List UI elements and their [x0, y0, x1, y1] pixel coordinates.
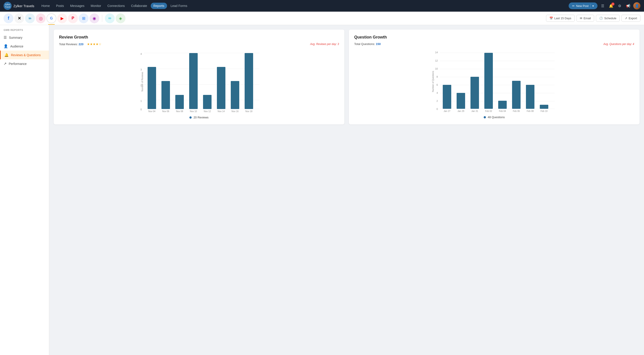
- question-chart-legend: 48 Questions: [354, 116, 634, 119]
- calendar-icon: 📅: [550, 17, 553, 20]
- sidebar-section-title: GMB REPORTS: [0, 29, 49, 33]
- question-growth-card: Question Growth Total Questions: 150 Avg…: [349, 30, 640, 124]
- q-bar-feb04: [498, 101, 507, 109]
- question-chart-meta: Total Questions: 150 Avg. Questions per …: [354, 42, 634, 46]
- brand-logo-area: Zylker Travel Zylker Travels: [4, 2, 34, 10]
- q-bar-jan31: [470, 77, 479, 109]
- email-button[interactable]: ✉ Email: [576, 15, 594, 22]
- question-chart-title: Question Growth: [354, 35, 634, 40]
- settings-button[interactable]: ⚙: [616, 3, 623, 9]
- social-custom1[interactable]: ◉: [90, 14, 99, 23]
- social-custom2[interactable]: ∞: [105, 14, 115, 23]
- review-stars: ★★★★☆: [87, 42, 102, 46]
- summary-icon: ☰: [4, 35, 7, 40]
- svg-text:Nov 08: Nov 08: [176, 110, 183, 113]
- new-post-button[interactable]: ✏ New Post ▾: [569, 3, 598, 9]
- review-total-value: 220: [78, 43, 84, 46]
- date-range-button[interactable]: 📅 Last 15 Days: [546, 15, 575, 22]
- review-total-label: Total Reviews: 220: [59, 43, 84, 46]
- export-button[interactable]: ↗ Export: [622, 15, 640, 22]
- notification-badge: 2: [611, 3, 614, 6]
- q-bar-jan27: [443, 85, 451, 109]
- social-platforms-bar: f ✕ in ◎ G ▶ P ⊞ ◉ ∞ ◈ 📅 Last 15 Days ✉ …: [0, 12, 644, 25]
- nav-posts[interactable]: Posts: [54, 3, 67, 9]
- svg-text:10: 10: [435, 67, 438, 70]
- clock-icon: 🕐: [599, 17, 603, 20]
- review-bar-nov10: [189, 53, 198, 109]
- nav-monitor[interactable]: Monitor: [88, 3, 104, 9]
- social-custom3[interactable]: ◈: [116, 14, 126, 23]
- nav-messages[interactable]: Messages: [68, 3, 87, 9]
- review-bar-nov04: [148, 67, 156, 109]
- svg-text:Nov 14: Nov 14: [218, 110, 225, 113]
- review-bar-nov18: [245, 53, 253, 109]
- menu-button[interactable]: ☰: [599, 3, 606, 9]
- social-bar-divider: [102, 15, 102, 22]
- social-google[interactable]: G: [46, 14, 56, 23]
- review-bar-nov12: [203, 95, 212, 109]
- question-total-label: Total Questions: 150: [354, 42, 381, 46]
- charts-grid: Review Growth Total Reviews: 220 ★★★★☆ A…: [54, 30, 640, 124]
- svg-text:4: 4: [140, 53, 142, 55]
- notifications-button[interactable]: 🔔 2: [608, 3, 614, 9]
- sidebar-item-performance[interactable]: ↗ Performance: [0, 59, 49, 68]
- sidebar-item-reviews-questions[interactable]: 🔔 Reviews & Questions: [0, 51, 49, 59]
- q-bar-feb08: [526, 85, 534, 109]
- review-bar-nov16: [231, 81, 239, 109]
- sidebar-item-summary[interactable]: ☰ Summary: [0, 33, 49, 42]
- social-facebook[interactable]: f: [4, 14, 14, 23]
- nav-home[interactable]: Home: [39, 3, 52, 9]
- social-pinterest[interactable]: P: [68, 14, 78, 23]
- page-layout: GMB REPORTS ☰ Summary 👤 Audience 🔔 Revie…: [0, 25, 644, 355]
- nav-reports[interactable]: Reports: [151, 3, 167, 9]
- top-actions: 📅 Last 15 Days ✉ Email 🕐 Schedule ↗ Expo…: [546, 15, 640, 22]
- svg-text:Number of Questions: Number of Questions: [432, 71, 434, 92]
- svg-text:Nov 16: Nov 16: [232, 110, 238, 113]
- social-meta[interactable]: ⊞: [79, 14, 88, 23]
- svg-text:0: 0: [436, 108, 438, 110]
- svg-text:3: 3: [140, 68, 142, 71]
- social-twitter[interactable]: ✕: [14, 14, 24, 23]
- review-chart-area: 4 3 2 1 0 Number of Reviews: [59, 50, 339, 113]
- q-bar-feb06: [512, 81, 520, 109]
- nav-lead-forms[interactable]: Lead Forms: [168, 3, 190, 9]
- edit-icon: ✏: [572, 4, 575, 8]
- svg-text:Nov 18: Nov 18: [245, 110, 252, 113]
- performance-icon: ↗: [4, 62, 6, 66]
- schedule-button[interactable]: 🕐 Schedule: [596, 15, 620, 22]
- nav-collaborate[interactable]: Collaborate: [128, 3, 150, 9]
- svg-text:12: 12: [435, 59, 438, 62]
- review-growth-card: Review Growth Total Reviews: 220 ★★★★☆ A…: [54, 30, 344, 124]
- sidebar-item-audience[interactable]: 👤 Audience: [0, 42, 49, 51]
- chevron-down-icon: ▾: [592, 4, 594, 8]
- review-chart-title: Review Growth: [59, 35, 339, 40]
- nav-connections[interactable]: Connections: [105, 3, 128, 9]
- review-bar-nov14: [217, 67, 226, 109]
- q-bar-jan29: [456, 93, 465, 109]
- social-linkedin[interactable]: in: [25, 14, 35, 23]
- audience-icon: 👤: [4, 44, 8, 48]
- svg-text:1: 1: [140, 100, 142, 102]
- brand-name: Zylker Travels: [14, 4, 34, 8]
- question-legend-label: 48 Questions: [488, 116, 505, 119]
- social-youtube[interactable]: ▶: [57, 14, 67, 23]
- svg-text:0: 0: [140, 108, 142, 111]
- social-instagram[interactable]: ◎: [36, 14, 46, 23]
- question-legend-dot: [484, 116, 486, 118]
- svg-text:4: 4: [436, 92, 438, 94]
- review-legend-dot: [190, 116, 192, 119]
- q-bar-feb02: [484, 53, 493, 109]
- question-total-value: 150: [376, 42, 381, 46]
- megaphone-button[interactable]: 📢: [625, 3, 632, 9]
- user-avatar[interactable]: 👤: [633, 2, 640, 10]
- svg-text:Jan 27: Jan 27: [444, 110, 450, 112]
- svg-text:6: 6: [436, 84, 438, 86]
- nav-actions: ✏ New Post ▾ ☰ 🔔 2 ⚙ 📢 👤: [569, 2, 640, 10]
- svg-text:Jan 31: Jan 31: [471, 110, 478, 112]
- svg-text:14: 14: [435, 51, 438, 54]
- svg-text:Nov 06: Nov 06: [162, 110, 169, 113]
- svg-text:8: 8: [436, 76, 438, 78]
- svg-text:Feb 08: Feb 08: [526, 110, 534, 112]
- svg-text:Nov 04: Nov 04: [148, 110, 156, 113]
- brand-logo: Zylker Travel: [4, 2, 12, 10]
